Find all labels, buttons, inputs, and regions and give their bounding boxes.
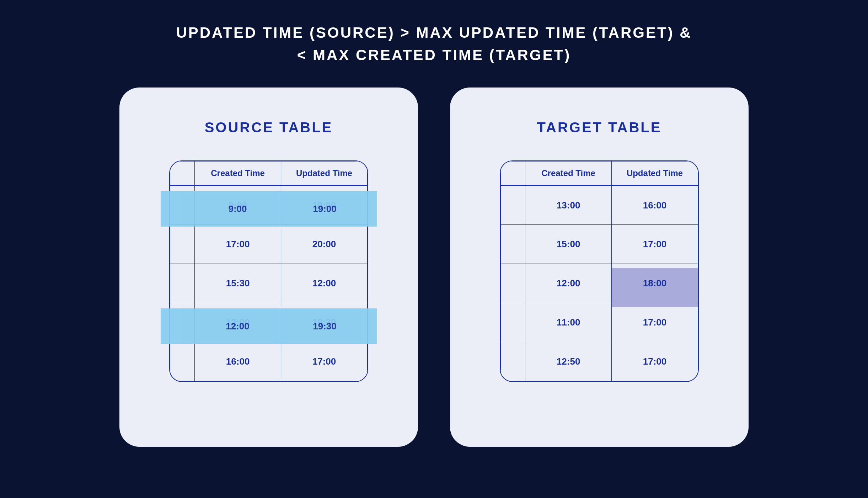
hl-cell-updated: 19:30 (281, 321, 368, 332)
table-row: 11:00 17:00 (501, 303, 698, 342)
target-table: Created Time Updated Time 13:00 16:00 15 (500, 161, 698, 381)
target-header-created: Created Time (525, 161, 612, 186)
headline-line-2: < MAX CREATED TIME (TARGET) (176, 44, 692, 66)
target-card-title: TARGET TABLE (537, 120, 662, 136)
target-table-wrap: Created Time Updated Time 13:00 16:00 15 (500, 160, 699, 382)
cell-created: 15:00 (525, 225, 612, 264)
row-index (170, 264, 195, 303)
table-row: 12:50 17:00 (501, 342, 698, 381)
target-card: TARGET TABLE Created Time Updated Time (450, 88, 749, 447)
source-card: SOURCE TABLE Created Time Updated Time (119, 88, 418, 447)
table-row: 16:00 17:00 (170, 342, 368, 381)
hl-cell-created: 12:00 (194, 321, 281, 332)
headline-line-1: UPDATED TIME (SOURCE) > MAX UPDATED TIME… (176, 21, 692, 44)
target-table-border: Created Time Updated Time 13:00 16:00 15 (500, 160, 699, 382)
cell-created: 12:00 (525, 264, 612, 303)
source-row-highlight: 12:00 19:30 (161, 308, 377, 344)
source-card-title: SOURCE TABLE (205, 120, 333, 136)
source-header-updated: Updated Time (281, 161, 368, 186)
cell-updated: 18:00 (612, 264, 698, 303)
cell-updated: 16:00 (612, 186, 698, 225)
cell-updated: 17:00 (612, 342, 698, 381)
target-header-row: Created Time Updated Time (501, 161, 698, 186)
row-index (501, 342, 525, 381)
diagram-headline: UPDATED TIME (SOURCE) > MAX UPDATED TIME… (176, 21, 692, 66)
source-header-row: Created Time Updated Time (170, 161, 368, 186)
source-header-created: Created Time (195, 161, 281, 186)
table-row: 12:00 18:00 (501, 264, 698, 303)
cell-updated: 12:00 (281, 264, 368, 303)
table-row: 17:00 20:00 (170, 225, 368, 264)
cell-updated: 17:00 (612, 303, 698, 342)
row-index (501, 186, 525, 225)
cell-updated: 20:00 (281, 225, 368, 264)
cell-created: 17:00 (195, 225, 281, 264)
table-row: 13:00 16:00 (501, 186, 698, 225)
cards-row: SOURCE TABLE Created Time Updated Time (119, 88, 749, 447)
cell-updated: 17:00 (281, 342, 368, 381)
source-header-blank (170, 161, 195, 186)
row-index (501, 225, 525, 264)
row-index (501, 303, 525, 342)
row-index (170, 225, 195, 264)
table-row: 15:30 12:00 (170, 264, 368, 303)
cell-created: 16:00 (195, 342, 281, 381)
table-row: 15:00 17:00 (501, 225, 698, 264)
source-row-highlight: 9:00 19:00 (161, 191, 377, 227)
target-header-blank (501, 161, 525, 186)
cell-created: 12:50 (525, 342, 612, 381)
row-index (170, 342, 195, 381)
hl-cell-created: 9:00 (194, 203, 281, 214)
source-table-wrap: Created Time Updated Time 9:00 19:00 17: (169, 160, 368, 382)
hl-cell-updated: 19:00 (281, 203, 368, 214)
target-header-updated: Updated Time (612, 161, 698, 186)
cell-created: 15:30 (195, 264, 281, 303)
row-index (501, 264, 525, 303)
cell-created: 13:00 (525, 186, 612, 225)
cell-updated: 17:00 (612, 225, 698, 264)
cell-created: 11:00 (525, 303, 612, 342)
